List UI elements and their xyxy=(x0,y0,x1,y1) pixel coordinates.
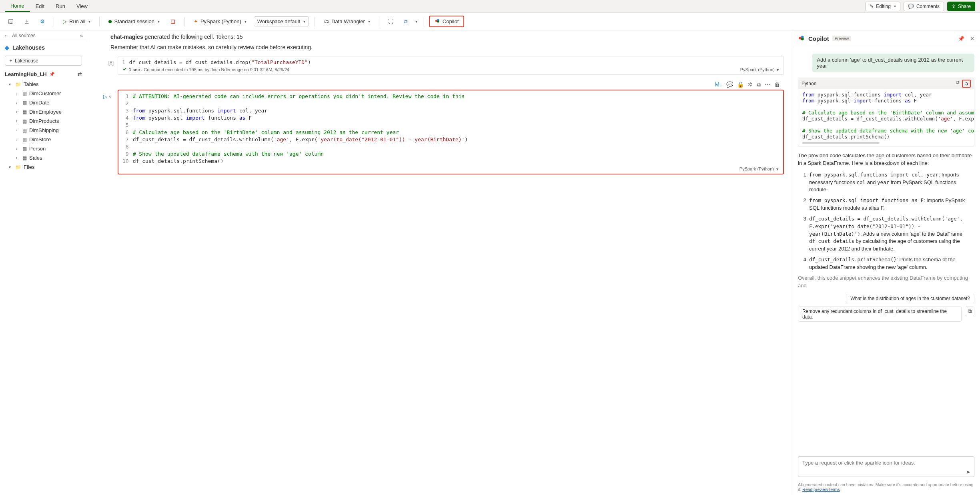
tab-home[interactable]: Home xyxy=(5,0,30,12)
ribbon-tabs: Home Edit Run View ✎ Editing ▾ 💬 Comment… xyxy=(0,0,980,13)
environment-dropdown[interactable]: Workspace default ▾ xyxy=(254,16,309,26)
language-label: PySpark (Python) xyxy=(200,18,241,24)
frame-icon[interactable]: ⛶ xyxy=(385,17,397,26)
exec-status-text: 1 sec - Command executed in 795 ms by Jo… xyxy=(129,67,289,72)
copilot-suggestion[interactable]: Remove any redundant columns in df_cust_… xyxy=(798,307,962,322)
chevron-down-icon[interactable]: ▾ xyxy=(776,167,778,171)
comment-cell-icon[interactable]: 💬 xyxy=(726,81,733,88)
chevron-right-icon: › xyxy=(16,137,20,142)
cell-language-label[interactable]: PySpark (Python) xyxy=(740,166,774,171)
share-button[interactable]: ⇪ Share xyxy=(947,2,975,11)
user-prompt-bubble: Add a column 'age' to df_cust_details us… xyxy=(812,54,974,72)
download-icon[interactable] xyxy=(21,17,33,26)
language-dropdown[interactable]: ✦ PySpark (Python) ▾ xyxy=(190,17,250,26)
code-cell[interactable]: [8] 1 df_cust_details = df_cust_details.… xyxy=(95,56,784,75)
refresh-icon[interactable]: ⇄ xyxy=(78,71,82,77)
tree-table-item[interactable]: ›DimCustomer xyxy=(2,89,85,98)
copilot-code-block: Python ⧉ ➲ from pyspark.sql.functions im… xyxy=(798,78,974,146)
svg-rect-2 xyxy=(171,20,175,23)
pin-icon[interactable]: 📌 xyxy=(49,72,55,77)
preview-terms-link[interactable]: Read preview terms xyxy=(802,487,840,492)
send-icon[interactable]: ➤ xyxy=(966,469,970,475)
comments-label: Comments xyxy=(916,4,940,9)
copy-code-icon[interactable]: ⧉ xyxy=(956,80,960,88)
tree-table-item[interactable]: ›Person xyxy=(2,144,85,153)
copy-suggestion-icon[interactable]: ⧉ xyxy=(965,307,974,316)
copilot-logo-icon xyxy=(798,34,805,43)
tree-table-item[interactable]: ›DimEmployee xyxy=(2,107,85,116)
notebook-canvas: chat-magics generated the following cell… xyxy=(87,30,792,495)
wrangler-label: Data Wrangler xyxy=(331,18,365,24)
copilot-icon xyxy=(435,18,440,25)
tab-edit[interactable]: Edit xyxy=(30,1,50,12)
stop-button[interactable] xyxy=(167,17,179,26)
lakehouse-tree: ▾ Tables ›DimCustomer›DimDate›DimEmploye… xyxy=(0,80,87,176)
run-below-icon[interactable]: ▿ xyxy=(109,94,112,100)
lock-icon[interactable]: 🔒 xyxy=(737,81,744,88)
tree-table-item[interactable]: ›Sales xyxy=(2,153,85,162)
all-sources-label[interactable]: All sources xyxy=(12,33,36,38)
close-panel-icon[interactable]: ✕ xyxy=(970,36,974,42)
tree-tables[interactable]: ▾ Tables xyxy=(2,80,85,89)
table-name: DimCustomer xyxy=(29,90,61,96)
tree-table-item[interactable]: ›DimDate xyxy=(2,98,85,107)
copilot-panel: Copilot Preview 📌 ✕ Add a column 'age' t… xyxy=(792,30,980,495)
run-all-button[interactable]: ▷ Run all ▾ xyxy=(60,17,94,26)
copilot-suggestion[interactable]: What is the distribution of ages in the … xyxy=(846,294,974,303)
code-cell-active[interactable]: M↓ 💬 🔒 ✲ ⧉ ⋯ 🗑 ▷ ▿ 12345678 xyxy=(95,80,784,174)
vscode-icon[interactable]: ⧉ xyxy=(401,17,411,26)
session-dropdown[interactable]: Standard session ▾ xyxy=(105,17,162,26)
pin-panel-icon[interactable]: 📌 xyxy=(958,36,964,42)
chevron-down-icon: ▾ xyxy=(303,19,305,24)
tree-files[interactable]: ▾ Files xyxy=(2,162,85,172)
spark-icon: ✦ xyxy=(194,18,198,24)
environment-label: Workspace default xyxy=(257,18,300,24)
chevron-down-icon: ▾ xyxy=(894,4,896,8)
copilot-label: Copilot xyxy=(443,18,459,24)
data-wrangler-button[interactable]: 🗂 Data Wrangler ▾ xyxy=(321,17,373,26)
chevron-down-icon: ▾ xyxy=(9,82,13,86)
breakdown-item: from pyspark.sql.functions import col, y… xyxy=(809,171,974,194)
copilot-button[interactable]: Copilot xyxy=(429,16,464,27)
chevron-down-icon[interactable]: ▾ xyxy=(415,19,417,24)
svg-rect-1 xyxy=(10,22,12,23)
breakdown-item: df_cust_details.printSchema(): Prints th… xyxy=(809,256,974,271)
add-lakehouse-button[interactable]: ＋ Lakehouse xyxy=(5,56,82,66)
chevron-down-icon[interactable]: ▾ xyxy=(777,68,779,72)
toggle-output-icon[interactable]: ⧉ xyxy=(757,81,761,88)
copilot-title: Copilot xyxy=(808,35,829,42)
back-arrow-icon[interactable]: ← xyxy=(4,33,9,38)
copilot-disclaimer: AI-generated content can have mistakes. … xyxy=(792,481,980,495)
tree-table-item[interactable]: ›DimStore xyxy=(2,135,85,144)
svg-point-5 xyxy=(437,20,439,22)
play-icon: ▷ xyxy=(63,18,67,24)
more-icon[interactable]: ⋯ xyxy=(765,81,770,88)
table-name: DimDate xyxy=(29,100,50,106)
table-icon xyxy=(22,146,27,152)
lakehouse-name[interactable]: LearningHub_LH xyxy=(5,71,47,77)
copilot-input[interactable] xyxy=(798,456,974,477)
tree-table-item[interactable]: ›DimProducts xyxy=(2,116,85,126)
table-name: Sales xyxy=(29,155,42,161)
chevron-right-icon: › xyxy=(16,119,20,123)
cell-language-label[interactable]: PySpark (Python) xyxy=(740,67,775,72)
insert-code-icon[interactable]: ➲ xyxy=(962,80,971,88)
editing-mode-button[interactable]: ✎ Editing ▾ xyxy=(865,2,900,11)
settings-icon[interactable]: ⚙ xyxy=(37,17,48,26)
cell-action-bar: M↓ 💬 🔒 ✲ ⧉ ⋯ 🗑 xyxy=(118,80,784,90)
save-icon[interactable] xyxy=(5,17,17,26)
ai-warning-text: Remember that AI can make mistakes, so c… xyxy=(110,44,784,50)
chevron-right-icon: › xyxy=(16,146,20,151)
comments-button[interactable]: 💬 Comments xyxy=(904,2,944,11)
delete-cell-icon[interactable]: 🗑 xyxy=(774,81,780,88)
run-cell-icon[interactable]: ▷ xyxy=(103,94,107,100)
tab-run[interactable]: Run xyxy=(50,1,71,12)
collapse-sidebar-icon[interactable]: « xyxy=(80,33,83,38)
tree-table-item[interactable]: ›DimShipping xyxy=(2,126,85,135)
table-name: DimEmployee xyxy=(29,109,62,115)
chevron-right-icon: › xyxy=(16,156,20,160)
freeze-icon[interactable]: ✲ xyxy=(748,81,753,88)
code-language-label: Python xyxy=(802,81,816,86)
tab-view[interactable]: View xyxy=(71,1,93,12)
markdown-icon[interactable]: M↓ xyxy=(715,81,722,88)
